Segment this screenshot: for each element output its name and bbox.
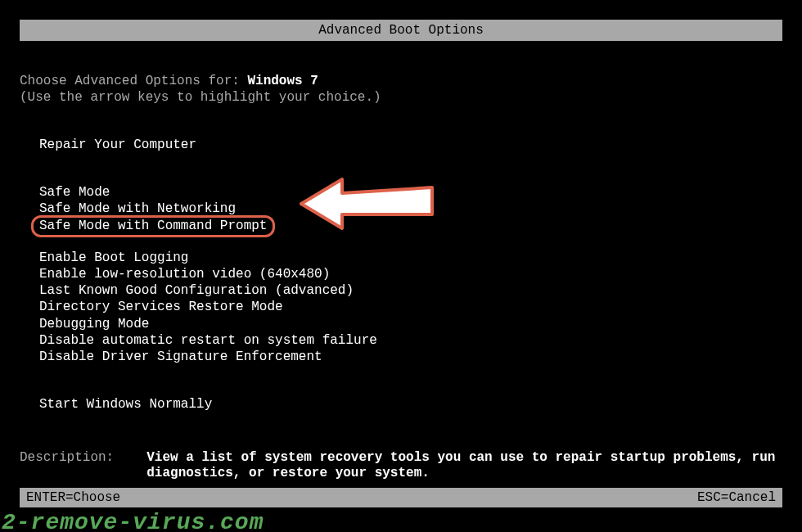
prompt-line: Choose Advanced Options for: Windows 7 xyxy=(20,74,782,88)
option-safe-mode-cmd-highlighted[interactable]: Safe Mode with Command Prompt xyxy=(39,219,267,234)
footer-enter: ENTER=Choose xyxy=(26,490,120,505)
title-bar: Advanced Boot Options xyxy=(20,20,782,41)
description-section: Description: View a list of system recov… xyxy=(20,450,782,481)
footer-esc: ESC=Cancel xyxy=(697,490,776,505)
hint-line: (Use the arrow keys to highlight your ch… xyxy=(20,90,782,105)
option-disable-sig[interactable]: Disable Driver Signature Enforcement xyxy=(39,349,782,365)
option-start-normally[interactable]: Start Windows Normally xyxy=(39,397,782,413)
option-ds-restore[interactable]: Directory Services Restore Mode xyxy=(39,300,782,315)
option-repair-computer[interactable]: Repair Your Computer xyxy=(39,138,782,153)
description-label: Description: xyxy=(20,450,114,465)
option-safe-mode[interactable]: Safe Mode xyxy=(39,185,782,201)
footer-bar: ENTER=Choose ESC=Cancel xyxy=(20,488,782,507)
description-text: View a list of system recovery tools you… xyxy=(146,450,782,481)
option-debugging[interactable]: Debugging Mode xyxy=(39,317,782,332)
option-last-known-good[interactable]: Last Known Good Configuration (advanced) xyxy=(39,283,782,299)
option-boot-logging[interactable]: Enable Boot Logging xyxy=(39,250,782,266)
option-safe-mode-cmd[interactable]: Safe Mode with Command Prompt xyxy=(39,219,267,233)
os-name: Windows 7 xyxy=(247,74,318,88)
option-safe-mode-networking[interactable]: Safe Mode with Networking xyxy=(39,201,782,217)
prompt-text: Choose Advanced Options for: xyxy=(20,74,247,88)
option-low-res[interactable]: Enable low-resolution video (640x480) xyxy=(39,267,782,282)
options-list: Repair Your Computer Safe Mode Safe Mode… xyxy=(20,138,782,413)
watermark: 2-remove-virus.com xyxy=(2,510,264,532)
option-disable-restart[interactable]: Disable automatic restart on system fail… xyxy=(39,333,782,349)
